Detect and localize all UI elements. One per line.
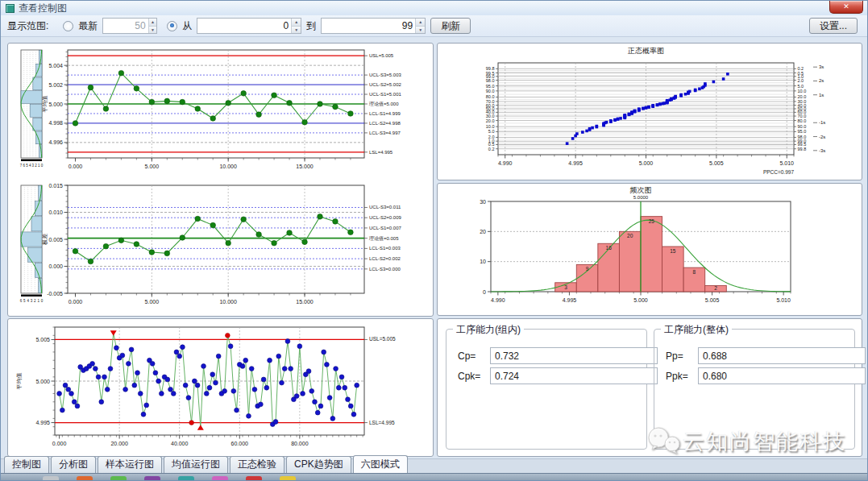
taskbar-app-icon[interactable] [43, 476, 59, 481]
svg-text:15.000: 15.000 [296, 299, 314, 305]
svg-text:20.0: 20.0 [798, 94, 807, 99]
svg-text:4.995: 4.995 [35, 420, 50, 425]
cp-value-field[interactable] [490, 347, 658, 364]
svg-text:60.000: 60.000 [231, 441, 249, 446]
control-charts-panel: 76543210平均值USL=5.005UCL-S3=5.003UCL-S2=5… [7, 43, 434, 317]
normal-probability-plot: 正态概率图99.899.899.599.599.099.098.098.095.… [438, 44, 862, 179]
taskbar-app-icon[interactable] [144, 476, 160, 481]
svg-text:20: 20 [480, 229, 486, 234]
settings-button[interactable]: 设置... [809, 18, 858, 34]
svg-text:99.8: 99.8 [798, 147, 807, 151]
capability-within-groupbox: 工序能力(组内) Cp= Cpk= [446, 329, 647, 450]
svg-text:5.0: 5.0 [798, 84, 804, 89]
ppk-value-field[interactable] [698, 367, 866, 384]
tab-strip: 控制图分析图样本运行图均值运行图正态检验CPK趋势图六图模式 [1, 458, 867, 473]
ppk-label: Ppk= [666, 371, 698, 382]
taskbar-app-icon[interactable] [110, 476, 127, 481]
capability-overall-title: 工序能力(整体) [661, 323, 732, 337]
tab-4[interactable]: 均值运行图 [164, 456, 228, 473]
app-window: 查看控制图 ✕ 显示范围: 最新 ▲▼ 从 ▲▼ 到 ▲▼ 刷新 设置... 7… [0, 0, 868, 481]
taskbar-app-icon[interactable] [280, 476, 296, 481]
svg-text:UCL-S3=0.011: UCL-S3=0.011 [369, 205, 401, 209]
taskbar-app-icon[interactable] [212, 476, 228, 481]
taskbar-app-icon[interactable] [246, 476, 262, 481]
svg-text:理论值=0.005: 理论值=0.005 [368, 236, 399, 241]
svg-text:USL=5.005: USL=5.005 [369, 53, 394, 58]
to-input[interactable] [322, 19, 415, 33]
svg-text:0.005: 0.005 [48, 237, 63, 243]
tab-7[interactable]: 六图模式 [353, 455, 408, 473]
latest-radio[interactable] [63, 21, 73, 31]
svg-text:90.0: 90.0 [486, 89, 495, 93]
svg-text:UCL-S3=5.003: UCL-S3=5.003 [369, 73, 402, 77]
svg-text:6: 6 [20, 299, 23, 303]
svg-text:LSL=4.995: LSL=4.995 [369, 150, 393, 155]
svg-text:98.0: 98.0 [798, 135, 807, 139]
tab-3[interactable]: 样本运行图 [98, 456, 162, 473]
close-icon[interactable]: ✕ [829, 1, 863, 14]
svg-text:0: 0 [483, 289, 486, 295]
sample-run-chart: 平均值USL=5.005LSL=4.9955.0055.0004.9950.00… [8, 319, 433, 454]
svg-text:10.0: 10.0 [486, 124, 495, 129]
svg-text:15: 15 [670, 248, 676, 254]
svg-text:30.0: 30.0 [798, 99, 807, 104]
spin-down-icon[interactable]: ▼ [416, 27, 425, 34]
svg-text:2s: 2s [819, 78, 824, 83]
spin-down-icon[interactable]: ▼ [292, 27, 301, 34]
svg-text:0.000: 0.000 [69, 299, 83, 305]
range-label: 显示范围: [7, 19, 48, 33]
svg-text:10.0: 10.0 [798, 89, 807, 93]
svg-text:LCL-S2=0.002: LCL-S2=0.002 [369, 256, 401, 261]
taskbar-app-icon[interactable] [178, 476, 194, 481]
svg-text:0.000: 0.000 [52, 441, 67, 446]
svg-text:80.0: 80.0 [798, 118, 807, 123]
latest-count-input[interactable] [103, 19, 147, 33]
svg-text:0.5: 0.5 [798, 71, 804, 76]
to-spinner: ▲▼ [321, 18, 426, 34]
svg-text:5.005: 5.005 [705, 297, 720, 303]
svg-text:25: 25 [649, 218, 655, 224]
svg-text:4: 4 [29, 164, 31, 168]
spin-up-icon[interactable]: ▲ [416, 19, 425, 27]
svg-text:UCL-S1=5.001: UCL-S1=5.001 [369, 92, 402, 97]
frequency-histogram: 频次图01020304.9904.9955.0005.0055.0105.000… [438, 184, 862, 314]
probability-plot-panel: 正态概率图99.899.899.599.599.099.098.098.095.… [437, 43, 862, 180]
svg-text:1s: 1s [819, 93, 824, 97]
tab-1[interactable]: 控制图 [4, 456, 49, 473]
svg-text:平均值: 平均值 [16, 373, 22, 390]
svg-text:98.0: 98.0 [486, 78, 495, 83]
spin-up-icon[interactable]: ▲ [292, 19, 301, 27]
svg-text:0.2: 0.2 [488, 147, 495, 151]
spin-up-icon[interactable]: ▲ [149, 19, 157, 27]
svg-text:USL=5.005: USL=5.005 [369, 336, 396, 342]
svg-text:0.010: 0.010 [48, 209, 63, 215]
svg-text:5.010: 5.010 [776, 297, 791, 303]
svg-text:-3s: -3s [819, 148, 825, 153]
spin-down-icon[interactable]: ▼ [149, 27, 157, 34]
svg-text:LCL-S3=0.000: LCL-S3=0.000 [369, 267, 401, 272]
svg-text:6: 6 [23, 164, 25, 168]
from-input[interactable] [197, 19, 291, 33]
refresh-button[interactable]: 刷新 [430, 18, 471, 34]
svg-text:8: 8 [693, 269, 696, 275]
svg-text:2: 2 [714, 285, 717, 291]
run-chart-panel: 平均值USL=5.005LSL=4.9955.0055.0004.9950.00… [7, 318, 434, 457]
taskbar-app-icon[interactable] [77, 476, 93, 481]
svg-text:UCL-S1=0.007: UCL-S1=0.007 [369, 226, 402, 230]
svg-text:UCL-S2=0.009: UCL-S2=0.009 [369, 215, 402, 220]
capability-panel: 工序能力(组内) Cp= Cpk= 工序能力(整体) Pp= Ppk= [437, 318, 862, 457]
svg-text:30: 30 [480, 199, 486, 205]
capability-overall-groupbox: 工序能力(整体) Pp= Ppk= [654, 329, 855, 450]
svg-text:理论值=5.000: 理论值=5.000 [368, 102, 399, 106]
tab-6[interactable]: CPK趋势图 [286, 456, 351, 473]
tab-5[interactable]: 正态检验 [230, 456, 284, 473]
from-to-radio[interactable] [167, 21, 177, 31]
windows-taskbar[interactable] [1, 473, 867, 481]
histogram-panel: 频次图01020304.9904.9955.0005.0055.0105.000… [437, 183, 862, 316]
svg-text:0.000: 0.000 [48, 263, 63, 269]
svg-text:PPCC=0.997: PPCC=0.997 [763, 169, 795, 175]
pp-value-field[interactable] [698, 347, 866, 364]
cpk-value-field[interactable] [490, 367, 658, 384]
svg-text:5.005: 5.005 [709, 160, 724, 166]
tab-2[interactable]: 分析图 [51, 456, 96, 473]
